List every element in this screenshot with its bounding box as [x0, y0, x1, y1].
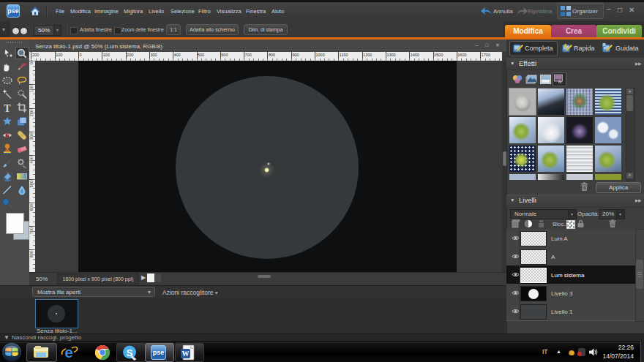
svg-text:B: B	[603, 43, 605, 47]
svg-text:W: W	[182, 350, 190, 358]
svg-text:T: T	[4, 103, 11, 114]
svg-text:fx: fx	[558, 79, 562, 84]
svg-text:e: e	[64, 344, 73, 361]
